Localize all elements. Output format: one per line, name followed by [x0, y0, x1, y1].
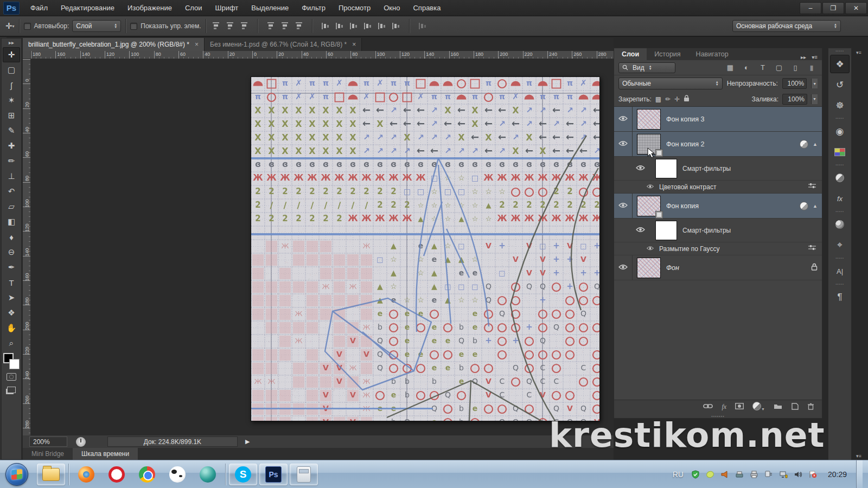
taskbar-app-skype[interactable]: S — [229, 464, 257, 485]
taskbar-clock[interactable]: 20:29 — [828, 470, 847, 479]
new-group-icon[interactable] — [774, 403, 782, 411]
tab-close-icon[interactable]: × — [352, 41, 356, 48]
panel-tab-Навигатор[interactable]: Навигатор — [688, 48, 736, 60]
path-selection-tool[interactable]: ➤ — [3, 290, 20, 305]
healing-brush-tool[interactable]: ✚ — [3, 138, 20, 153]
opacity-caret-icon[interactable]: ▼ — [811, 79, 818, 88]
lock-all-icon[interactable] — [684, 95, 690, 104]
filter-mask-thumbnail[interactable] — [655, 221, 677, 240]
history-brush-tool[interactable]: ↶ — [3, 184, 20, 199]
filter-visibility-toggle[interactable] — [636, 227, 650, 234]
menu-item-5[interactable]: Шрифт — [209, 0, 245, 16]
layers-dock-icon[interactable]: ❖ — [830, 55, 850, 73]
paths-dock-icon[interactable]: ⌖ — [830, 236, 850, 254]
taskbar-app-chrome[interactable] — [133, 464, 161, 485]
status-options-arrow-icon[interactable]: ▶ — [245, 438, 250, 445]
dist-left-icon[interactable] — [362, 21, 373, 31]
move-tool[interactable]: ✛ — [3, 47, 20, 62]
printer-icon[interactable] — [749, 470, 759, 479]
dist-top-icon[interactable] — [320, 21, 331, 31]
blur-tool[interactable]: ♦ — [3, 229, 20, 245]
lock-transparency-icon[interactable]: ▩ — [655, 95, 661, 103]
restore-button[interactable]: ❐ — [822, 2, 844, 14]
layer-row-Фон-копия-2[interactable]: Фон копия 2▲ — [614, 132, 822, 157]
zoom-level-field[interactable]: 200% — [29, 436, 67, 447]
adjustments-dock-icon[interactable] — [830, 169, 850, 187]
lock-position-icon[interactable]: ✛ — [674, 95, 680, 103]
smart-filters-row[interactable]: Смарт-фильтры — [614, 219, 822, 242]
filter-visibility-toggle[interactable] — [647, 184, 654, 190]
document-canvas[interactable] — [251, 76, 600, 421]
filter-blend-options-icon[interactable] — [808, 183, 822, 191]
close-button[interactable]: ✕ — [845, 2, 867, 14]
collapse-panel-icon[interactable]: ▸▸ — [801, 54, 806, 60]
align-left-icon[interactable] — [265, 21, 276, 31]
menu-item-10[interactable]: Справка — [406, 0, 447, 16]
layer-visibility-toggle[interactable] — [614, 107, 633, 131]
pen-tool[interactable]: ✒ — [3, 260, 20, 275]
color-dock-icon[interactable]: ◉ — [830, 122, 850, 140]
filter-row-Цветовой-контраст[interactable]: Цветовой контраст — [614, 181, 822, 194]
layer-visibility-toggle[interactable] — [614, 132, 633, 156]
clone-stamp-tool[interactable]: ⊥ — [3, 169, 20, 184]
filter-blend-options-icon[interactable] — [808, 245, 822, 253]
crop-tool[interactable]: ⊞ — [3, 108, 20, 123]
autoselect-checkbox[interactable] — [24, 23, 31, 30]
taskbar-app-opera[interactable] — [103, 464, 131, 485]
collapse-filters-icon[interactable]: ▲ — [813, 142, 818, 147]
menu-item-7[interactable]: Фильтр — [295, 0, 332, 16]
layer-visibility-toggle[interactable] — [614, 255, 633, 280]
eraser-tool[interactable]: ▱ — [3, 199, 20, 214]
layer-row-Фон[interactable]: Фон — [614, 255, 822, 280]
type-tool[interactable]: T — [3, 275, 20, 290]
adjustment-filter-icon[interactable]: ◐ — [741, 63, 752, 72]
quick-selection-tool[interactable]: ✶ — [3, 93, 20, 108]
shape-filter-icon[interactable]: ▢ — [773, 63, 785, 72]
workspace-select[interactable]: Основная рабочая среда ▲▼ — [732, 20, 841, 32]
pixel-layer-filter-icon[interactable]: ▦ — [724, 63, 736, 72]
lime-icon[interactable] — [705, 470, 715, 479]
marquee-tool[interactable]: ▢ — [3, 62, 20, 78]
screen-mode-button[interactable] — [4, 384, 18, 395]
add-mask-icon[interactable] — [735, 403, 744, 411]
tab-close-icon[interactable]: × — [195, 41, 199, 48]
show-desktop-button[interactable] — [856, 460, 863, 488]
zoom-tool[interactable]: ⌕ — [3, 336, 20, 351]
toolbar-collapse-icon[interactable]: ▸▸ — [9, 38, 14, 47]
layer-row-Фон-копия[interactable]: Фон копия▲ — [614, 194, 822, 219]
custom-shape-tool[interactable]: ❖ — [3, 305, 20, 320]
layer-visibility-toggle[interactable] — [614, 194, 633, 218]
taskbar-app-globe-app[interactable] — [194, 464, 222, 485]
lock-pixels-icon[interactable]: ✏ — [665, 95, 671, 103]
gradient-tool[interactable]: ◧ — [3, 214, 20, 229]
taskbar-app-cow-app[interactable] — [163, 464, 192, 485]
fax-icon[interactable] — [735, 470, 744, 479]
eyedropper-tool[interactable]: ✎ — [3, 123, 20, 138]
styles-dock-icon[interactable]: fx — [830, 189, 850, 208]
kuler-dock-icon[interactable] — [830, 215, 850, 234]
menu-item-8[interactable]: Просмотр — [332, 0, 377, 16]
dist-bottom-icon[interactable] — [348, 21, 359, 31]
start-button[interactable] — [5, 463, 28, 486]
collapse-filters-icon[interactable]: ▲ — [813, 203, 818, 209]
dist-hcenter-icon[interactable] — [376, 21, 387, 31]
drag-handle[interactable]: ▪▪▪▪▪ — [835, 209, 844, 214]
document-tab-2[interactable]: Без имени-1.psd @ 66.7% (Слой 14, RGB/8)… — [205, 38, 362, 51]
filter-toggle-icon[interactable]: ▮ — [806, 63, 818, 72]
taskbar-app-explorer[interactable] — [37, 464, 65, 485]
align-top-icon[interactable] — [210, 21, 221, 31]
bottom-tab-Шкала-времени[interactable]: Шкала времени — [73, 448, 138, 460]
dist-vcenter-icon[interactable] — [334, 21, 345, 31]
delete-layer-icon[interactable] — [807, 403, 814, 412]
align-hcenter-icon[interactable] — [279, 21, 290, 31]
align-right-icon[interactable] — [293, 21, 304, 31]
panel-menu-icon[interactable]: ▾≡ — [812, 54, 818, 60]
dodge-tool[interactable]: ⊖ — [3, 245, 20, 260]
layer-style-fx-icon[interactable]: fx — [722, 403, 726, 411]
new-layer-icon[interactable] — [791, 403, 799, 412]
panel-menu-icon[interactable]: ▾≡ — [856, 453, 861, 459]
type-filter-icon[interactable]: T — [757, 63, 769, 72]
panel-tab-История[interactable]: История — [647, 48, 688, 60]
fill-caret-icon[interactable]: ▼ — [811, 94, 818, 104]
drag-handle[interactable]: ▪▪▪▪▪ — [835, 162, 844, 168]
